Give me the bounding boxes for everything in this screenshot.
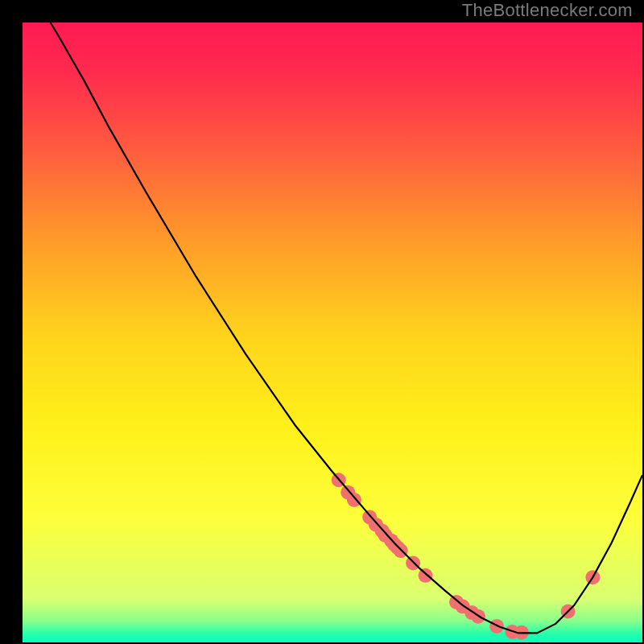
watermark-text: TheBottlenecker.com: [462, 0, 633, 21]
chart-frame: [10, 10, 634, 634]
gradient-background: [23, 23, 642, 642]
chart-area: [23, 23, 642, 642]
scatter-dot: [419, 568, 433, 583]
scatter-dot: [347, 493, 361, 507]
